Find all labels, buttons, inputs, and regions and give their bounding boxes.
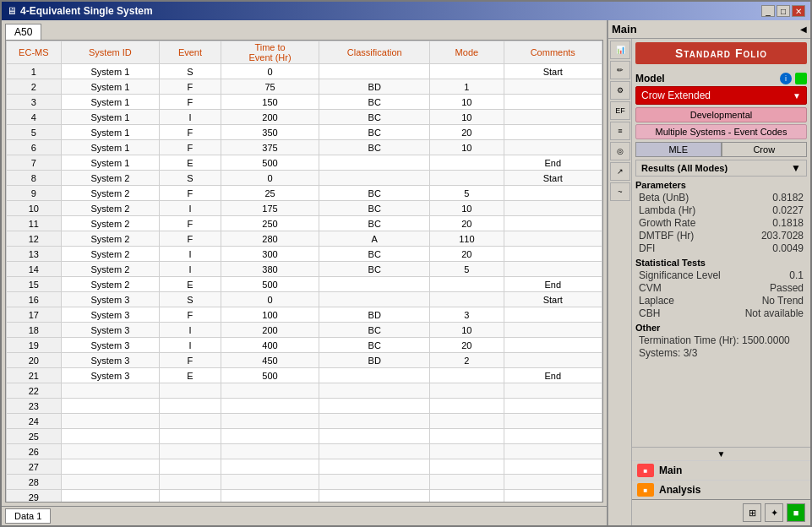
table-row[interactable]: 10System 2I175BC10 xyxy=(7,201,602,216)
mle-button[interactable]: MLE xyxy=(635,142,722,157)
data-table: EC-MS System ID Event Time toEvent (Hr) … xyxy=(6,41,602,502)
sidebar-icon-model[interactable]: 📊 xyxy=(610,41,630,59)
model-label: Model xyxy=(635,73,665,84)
table-row[interactable]: 8System 2S0Start xyxy=(7,171,602,186)
table-row[interactable]: 6System 1F375BC10 xyxy=(7,140,602,155)
model-dropdown[interactable]: Crow Extended ▼ xyxy=(635,86,807,105)
table-row[interactable]: 11System 2F250BC20 xyxy=(7,216,602,231)
table-row[interactable]: 14System 2I380BC5 xyxy=(7,262,602,277)
table-row[interactable]: 29 xyxy=(7,490,602,503)
table-row[interactable]: 5System 1F350BC20 xyxy=(7,125,602,140)
col-class: Classification xyxy=(319,41,430,64)
toolbar-btn-2[interactable]: ✦ xyxy=(765,503,783,522)
main-window: 🖥 4-Equivalent Single System _ □ ✕ A50 xyxy=(0,0,812,527)
sidebar-icon-tool5[interactable]: ≡ xyxy=(610,122,630,140)
param-growth: Growth Rate 0.1818 xyxy=(635,217,807,229)
title-bar-buttons: _ □ ✕ xyxy=(761,5,805,17)
param-dmtbf: DMTBF (Hr) 203.7028 xyxy=(635,230,807,242)
sidebar-icon-tool3[interactable]: ⚙ xyxy=(610,81,630,100)
results-header[interactable]: Results (All Modes) ▼ xyxy=(635,160,807,177)
folio-header: Standard Folio xyxy=(635,42,807,64)
table-row[interactable]: 19System 3I400BC20 xyxy=(7,338,602,353)
data1-tab[interactable]: Data 1 xyxy=(5,508,51,524)
table-row[interactable]: 22 xyxy=(7,383,602,399)
green-indicator xyxy=(795,73,807,84)
sidebar-icon-tool2[interactable]: ✏ xyxy=(610,61,630,79)
stat-cbh: CBH Not available xyxy=(635,307,807,319)
table-row[interactable]: 28 xyxy=(7,475,602,490)
table-row[interactable]: 16System 3S0Start xyxy=(7,292,602,307)
sidebar-icon-tool7[interactable]: ↗ xyxy=(610,162,630,181)
col-mode: Mode xyxy=(430,41,504,64)
right-panel: Main ◀ 📊 ✏ ⚙ EF ≡ ◎ ↗ ~ Standard Folio xyxy=(608,20,810,525)
scroll-down-icon: ▼ xyxy=(717,449,726,459)
table-row[interactable]: 15System 2E500End xyxy=(7,277,602,292)
col-comments: Comments xyxy=(504,41,602,64)
crow-button[interactable]: Crow xyxy=(722,142,808,157)
sidebar-icons: 📊 ✏ ⚙ EF ≡ ◎ ↗ ~ xyxy=(608,39,632,525)
title-bar: 🖥 4-Equivalent Single System _ □ ✕ xyxy=(2,2,810,20)
minimize-button[interactable]: _ xyxy=(761,5,775,17)
model-selected: Crow Extended xyxy=(641,90,711,101)
results-label: Results (All Modes) xyxy=(641,163,728,173)
right-inner: Standard Folio Model i Crow Extended ▼ D xyxy=(632,39,810,525)
collapse-arrow-icon[interactable]: ◀ xyxy=(800,24,807,34)
sidebar-icon-tool4[interactable]: EF xyxy=(610,101,630,120)
table-row[interactable]: 1System 1S0Start xyxy=(7,64,602,79)
table-row[interactable]: 3System 1F150BC10 xyxy=(7,95,602,110)
multiple-systems-button[interactable]: Multiple Systems - Event Codes xyxy=(635,124,807,139)
developmental-button[interactable]: Developmental xyxy=(635,107,807,122)
param-beta: Beta (UnB) 0.8182 xyxy=(635,192,807,204)
mle-crow-row: MLE Crow xyxy=(635,142,807,157)
toolbar-btn-1[interactable]: ⊞ xyxy=(743,503,761,522)
table-row[interactable]: 7System 1E500End xyxy=(7,155,602,171)
table-row[interactable]: 17System 3F100BD3 xyxy=(7,307,602,323)
sidebar-icon-tool6[interactable]: ◎ xyxy=(610,142,630,160)
window-title: 4-Equivalent Single System xyxy=(20,5,153,17)
spreadsheet-container: EC-MS System ID Event Time toEvent (Hr) … xyxy=(5,40,603,503)
dropdown-arrow-icon: ▼ xyxy=(793,91,801,101)
other-title: Other xyxy=(635,323,807,333)
table-row[interactable]: 13System 2I300BC20 xyxy=(7,247,602,262)
left-panel: A50 EC-MS System ID Event Time toEvent (… xyxy=(2,20,608,525)
statistical-tests-title: Statistical Tests xyxy=(635,258,807,268)
close-button[interactable]: ✕ xyxy=(792,5,805,17)
other-systems: Systems: 3/3 xyxy=(635,347,807,359)
table-row[interactable]: 27 xyxy=(7,459,602,475)
nav-main-icon: ■ xyxy=(637,464,654,477)
spreadsheet-scroll[interactable]: EC-MS System ID Event Time toEvent (Hr) … xyxy=(6,41,602,502)
tab-a50[interactable]: A50 xyxy=(5,24,41,40)
nav-analysis-icon: ■ xyxy=(637,483,654,497)
right-content: Model i Crow Extended ▼ Developmental Mu… xyxy=(632,68,810,447)
col-time: Time toEvent (Hr) xyxy=(221,41,319,64)
maximize-button[interactable]: □ xyxy=(777,5,790,17)
table-row[interactable]: 12System 2F280A110 xyxy=(7,231,602,247)
table-row[interactable]: 21System 3E500End xyxy=(7,368,602,383)
table-row[interactable]: 23 xyxy=(7,399,602,414)
main-content: A50 EC-MS System ID Event Time toEvent (… xyxy=(2,20,810,525)
results-dropdown-icon: ▼ xyxy=(791,162,801,174)
other-section: Other Termination Time (Hr): 1500.0000 S… xyxy=(635,323,807,359)
other-termination: Termination Time (Hr): 1500.0000 xyxy=(635,334,807,346)
nav-analysis[interactable]: ■ Analysis xyxy=(632,480,810,499)
sidebar-icon-tool8[interactable]: ~ xyxy=(610,182,630,201)
table-row[interactable]: 26 xyxy=(7,444,602,459)
table-row[interactable]: 4System 1I200BC10 xyxy=(7,110,602,125)
tab-bar: A50 xyxy=(2,20,607,40)
nav-main-label: Main xyxy=(659,465,682,476)
right-panel-title: Main xyxy=(612,23,637,35)
nav-main[interactable]: ■ Main xyxy=(632,460,810,480)
table-row[interactable]: 9System 2F25BC5 xyxy=(7,186,602,201)
col-sysid: System ID xyxy=(61,41,159,64)
toolbar-btn-3[interactable]: ■ xyxy=(787,503,805,522)
table-row[interactable]: 25 xyxy=(7,429,602,444)
table-row[interactable]: 24 xyxy=(7,414,602,429)
col-event: Event xyxy=(160,41,221,64)
scroll-indicator: ▼ xyxy=(632,447,810,460)
table-row[interactable]: 18System 3I200BC10 xyxy=(7,323,602,338)
info-icon[interactable]: i xyxy=(780,73,792,84)
stat-laplace: Laplace No Trend xyxy=(635,295,807,307)
model-section-row: Model i xyxy=(635,73,807,84)
table-row[interactable]: 20System 3F450BD2 xyxy=(7,353,602,368)
table-row[interactable]: 2System 1F75BD1 xyxy=(7,79,602,95)
